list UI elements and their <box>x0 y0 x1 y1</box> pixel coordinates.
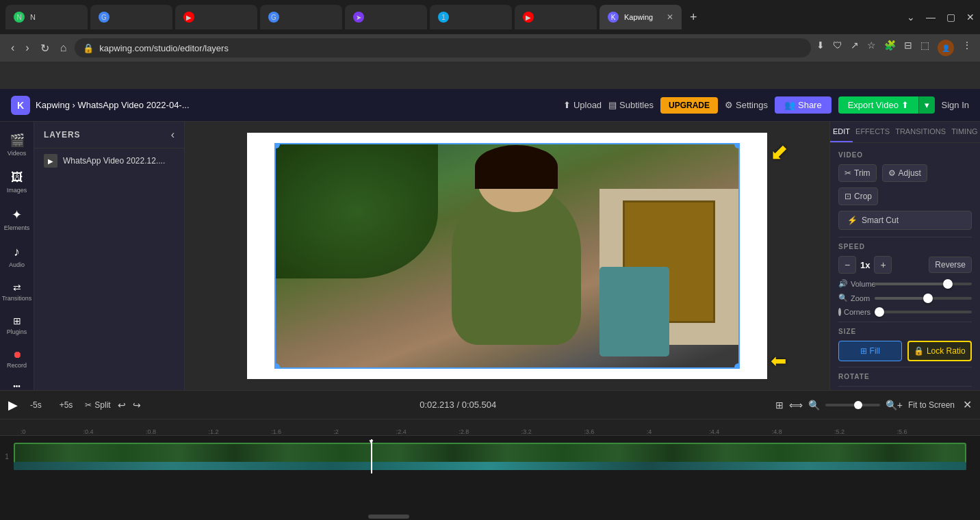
trim-button[interactable]: ✂ Trim <box>838 164 877 182</box>
upload-button[interactable]: ⬆ Upload <box>563 100 602 110</box>
smart-cut-button[interactable]: ⚡ Smart Cut <box>838 211 972 230</box>
subtitles-button[interactable]: ▤ Subtitles <box>608 100 654 110</box>
corners-slider[interactable] <box>875 311 972 313</box>
new-tab-button[interactable]: + <box>684 8 703 27</box>
sidebar-item-plugins[interactable]: ⊞ Plugins <box>2 310 32 341</box>
volume-fill <box>875 283 948 285</box>
export-button[interactable]: Export Video ⬆ <box>838 96 918 114</box>
tab-2[interactable]: G <box>90 5 172 29</box>
home-button[interactable]: ⌂ <box>57 39 70 57</box>
speed-value: 1x <box>860 260 870 270</box>
lock-ratio-button[interactable]: 🔒 Lock Ratio <box>907 341 972 361</box>
reverse-button[interactable]: Reverse <box>929 257 972 273</box>
upgrade-button[interactable]: UPGRADE <box>660 97 718 114</box>
speed-increase-button[interactable]: + <box>874 256 892 274</box>
speed-decrease-button[interactable]: − <box>838 256 856 274</box>
tab-kapwing[interactable]: K Kapwing ✕ <box>599 5 682 29</box>
handle-bottom-right[interactable] <box>734 363 740 369</box>
tab-5[interactable]: ➤ <box>345 5 427 29</box>
sidebar-item-audio[interactable]: ♪ Audio <box>2 239 32 274</box>
zoom-slider[interactable] <box>875 297 972 300</box>
trim-icon: ✂ <box>844 168 851 178</box>
video-section-label: VIDEO <box>838 151 972 159</box>
sidebar-item-transitions[interactable]: ⇄ Transitions <box>2 276 32 307</box>
sidebar-toggle-icon[interactable]: ⬚ <box>920 40 929 56</box>
skip-forward-button[interactable]: +5s <box>54 398 79 412</box>
playhead[interactable] <box>371 439 372 473</box>
adjust-button[interactable]: ⚙ Adjust <box>882 164 927 182</box>
crop-button[interactable]: ⊡ Crop <box>838 187 878 205</box>
zoom-thumb[interactable] <box>923 294 933 303</box>
close-timeline-button[interactable]: ✕ <box>963 398 972 411</box>
extensions-icon[interactable]: 🧩 <box>884 40 896 56</box>
ruler-mark-13: :5.2 <box>834 428 897 435</box>
reload-button[interactable]: ↻ <box>38 39 52 57</box>
fill-button[interactable]: ⊞ Fill <box>838 341 902 361</box>
video-content[interactable] <box>274 143 740 369</box>
bookmark-icon[interactable]: ☆ <box>867 40 876 56</box>
menu-icon[interactable]: ⋮ <box>962 40 972 56</box>
zoom-out-button[interactable]: 🔍 <box>808 400 820 411</box>
tab-6[interactable]: 1 <box>430 5 512 29</box>
tab-edit[interactable]: EDIT <box>830 122 853 142</box>
time-separator: / <box>456 400 461 410</box>
sidebar-item-more[interactable]: ••• More <box>2 377 32 390</box>
play-button[interactable]: ▶ <box>8 398 18 413</box>
minimize-icon[interactable]: — <box>926 12 936 23</box>
tab-transitions[interactable]: TRANSITIONS <box>892 122 949 142</box>
undo-button[interactable]: ↩ <box>118 400 126 411</box>
signin-button[interactable]: Sign In <box>942 100 969 110</box>
sidebar-label-elements: Elements <box>4 224 30 231</box>
corners-thumb[interactable] <box>875 307 884 317</box>
user-avatar[interactable]: 👤 <box>938 40 954 56</box>
videos-icon: 🎬 <box>10 133 25 148</box>
zoom-icon: 🔍 <box>838 294 848 302</box>
forward-button[interactable]: › <box>23 39 31 57</box>
scrollbar-thumb[interactable] <box>368 515 409 519</box>
tab-7[interactable]: ▶ <box>515 5 597 29</box>
ruler-mark-9: :3.6 <box>584 428 646 435</box>
settings-button[interactable]: ⚙ Settings <box>725 100 768 110</box>
split-button[interactable]: ✂ Split <box>85 400 110 410</box>
maximize-icon[interactable]: ▢ <box>946 12 955 23</box>
right-panel: EDIT EFFECTS TRANSITIONS TIMING VIDEO ✂ … <box>829 122 980 390</box>
fit-screen-button[interactable]: Fit to Screen <box>908 400 955 410</box>
skip-back-button[interactable]: -5s <box>25 398 47 412</box>
ruler-mark-5: :2 <box>333 428 396 435</box>
tab-close-button[interactable]: ✕ <box>667 12 673 22</box>
share-button[interactable]: 👥 Share <box>775 96 831 114</box>
trim-track-button[interactable]: ⟺ <box>789 400 803 411</box>
close-window-icon[interactable]: ✕ <box>966 12 975 23</box>
tab-effects[interactable]: EFFECTS <box>853 122 892 142</box>
sidebar-item-record[interactable]: ⏺ Record <box>2 343 32 374</box>
zoom-in-button[interactable]: 🔍+ <box>886 400 903 411</box>
timeline-zoom-slider[interactable] <box>825 404 880 406</box>
layer-item-0[interactable]: ▶ WhatsApp Video 2022.12.... <box>34 148 184 173</box>
tab-3[interactable]: ▶ <box>175 5 257 29</box>
timeline-scrollbar[interactable] <box>0 513 980 520</box>
layers-collapse-button[interactable]: ‹ <box>171 129 175 141</box>
redo-button[interactable]: ↪ <box>133 400 141 411</box>
lock-icon: 🔒 <box>914 346 924 356</box>
fit-tracks-button[interactable]: ⊞ <box>775 400 784 411</box>
sync-icon[interactable]: ⊟ <box>904 40 912 56</box>
sidebar-item-videos[interactable]: 🎬 Videos <box>2 127 32 162</box>
download-icon[interactable]: ⬇ <box>816 40 825 56</box>
bolt-icon: ⚡ <box>847 216 858 225</box>
sidebar-item-images[interactable]: 🖼 Images <box>2 165 32 199</box>
share-nav-icon[interactable]: ↗ <box>851 40 859 56</box>
export-dropdown-button[interactable]: ▾ <box>918 96 935 114</box>
record-icon: ⏺ <box>12 349 22 360</box>
back-button[interactable]: ‹ <box>8 39 17 57</box>
address-bar[interactable]: 🔒 kapwing.com/studio/editor/layers <box>75 38 811 57</box>
tab-4[interactable]: G <box>260 5 342 29</box>
volume-thumb[interactable] <box>943 279 953 289</box>
tab-timing[interactable]: TIMING <box>949 122 980 142</box>
volume-slider[interactable] <box>875 283 972 285</box>
ruler-mark-6: :2.4 <box>396 428 459 435</box>
timeline-zoom-thumb[interactable] <box>854 401 862 409</box>
brand-name[interactable]: Kapwing <box>36 100 70 110</box>
edit-tabs: EDIT EFFECTS TRANSITIONS TIMING <box>830 122 980 143</box>
tab-1[interactable]: N N <box>5 5 88 29</box>
sidebar-item-elements[interactable]: ✦ Elements <box>2 202 32 237</box>
